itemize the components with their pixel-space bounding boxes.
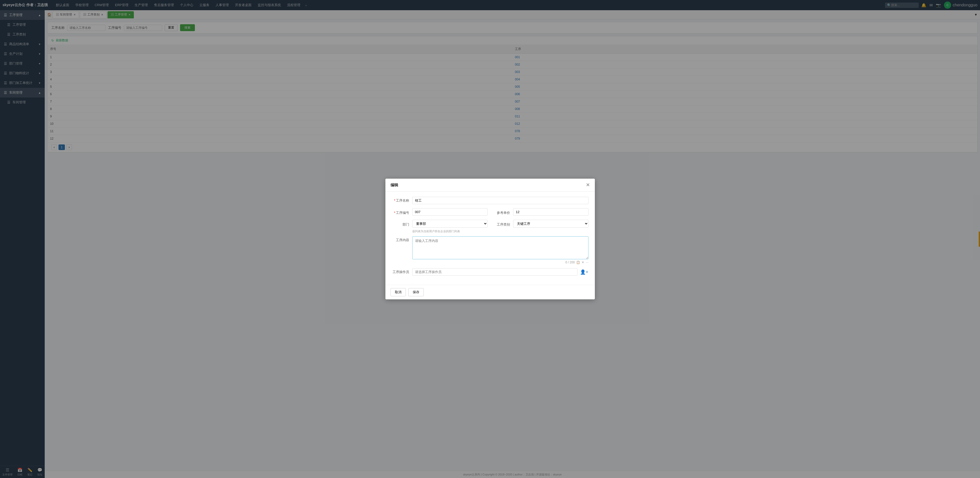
modal-body: 工序名称 工序编号 参考单价 — [385, 192, 595, 285]
price-input-wrapper — [513, 208, 589, 216]
content-label: 工序内容 — [392, 236, 412, 243]
name-label: 工序名称 — [392, 197, 412, 203]
dept-hint: 该列表为当前用户所在企业的部门列表 — [412, 229, 589, 233]
modal-overlay: 编辑 ✕ 工序名称 工序编号 参考单价 — [0, 0, 980, 478]
dept-hint-row: 该列表为当前用户所在企业的部门列表 — [392, 229, 589, 233]
price-col: 参考单价 — [493, 208, 589, 216]
name-input[interactable] — [412, 197, 589, 204]
content-row: 工序内容 0 / 200 📋 ✕ ··· — [392, 236, 589, 264]
clear-icon[interactable]: ✕ — [582, 260, 584, 264]
modal-footer: 取消 保存 — [385, 285, 595, 299]
operator-row: 工序操作员 👤+ — [392, 268, 589, 276]
price-label: 参考单价 — [493, 209, 513, 215]
textarea-toolbar: 0 / 200 📋 ✕ ··· — [412, 260, 589, 264]
dept-col: 部门 董事部 技术部 市场部 财务部 — [392, 220, 488, 228]
code-input-wrapper — [412, 208, 488, 216]
type-col: 工序类别 关键工序 普通工序 — [493, 220, 589, 228]
content-textarea[interactable] — [412, 236, 589, 259]
modal-title: 编辑 — [391, 183, 398, 187]
operator-input[interactable] — [412, 268, 578, 276]
type-select-wrapper: 关键工序 普通工序 — [513, 220, 589, 228]
dept-label: 部门 — [392, 221, 412, 227]
code-col: 工序编号 — [392, 208, 488, 216]
price-input[interactable] — [513, 208, 589, 216]
dept-hint-wrapper: 该列表为当前用户所在企业的部门列表 — [412, 229, 589, 233]
edit-modal: 编辑 ✕ 工序名称 工序编号 参考单价 — [385, 179, 595, 299]
type-select[interactable]: 关键工序 普通工序 — [513, 220, 589, 228]
char-count: 0 / 200 — [565, 260, 575, 264]
copy-icon[interactable]: 📋 — [576, 260, 580, 264]
code-price-row: 工序编号 参考单价 — [392, 208, 589, 216]
modal-header: 编辑 ✕ — [385, 179, 595, 192]
code-input[interactable] — [412, 208, 488, 216]
code-label: 工序编号 — [392, 209, 412, 215]
dept-type-row: 部门 董事部 技术部 市场部 财务部 工序类别 关键工序 — [392, 220, 589, 228]
operator-label: 工序操作员 — [392, 268, 412, 274]
add-user-button[interactable]: 👤+ — [580, 269, 589, 275]
operator-input-wrapper: 👤+ — [412, 268, 589, 276]
dept-hint-spacer — [392, 229, 412, 230]
cancel-button[interactable]: 取消 — [391, 288, 406, 296]
dept-select[interactable]: 董事部 技术部 市场部 财务部 — [412, 220, 488, 228]
content-input-wrapper: 0 / 200 📋 ✕ ··· — [412, 236, 589, 264]
save-button[interactable]: 保存 — [409, 288, 424, 296]
name-row: 工序名称 — [392, 197, 589, 204]
more-icon[interactable]: ··· — [585, 260, 588, 264]
dept-select-wrapper: 董事部 技术部 市场部 财务部 — [412, 220, 488, 228]
type-label: 工序类别 — [493, 221, 513, 227]
name-input-wrapper — [412, 197, 589, 204]
modal-close-button[interactable]: ✕ — [586, 182, 590, 188]
